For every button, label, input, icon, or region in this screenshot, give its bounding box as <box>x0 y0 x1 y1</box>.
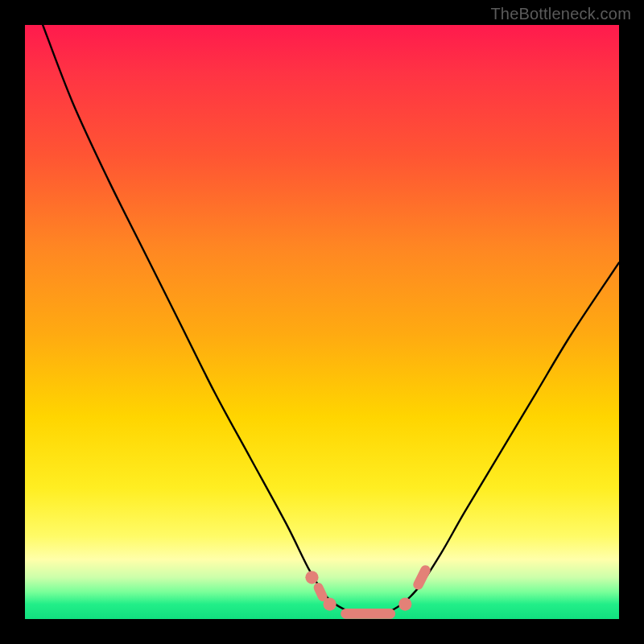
bottleneck-curve-svg <box>25 25 619 619</box>
curve-marker-capsule <box>419 570 426 584</box>
curve-marker-dot <box>398 597 411 610</box>
bottleneck-curve <box>43 25 619 615</box>
watermark-text: TheBottleneck.com <box>490 5 631 23</box>
plot-area <box>25 25 619 619</box>
curve-marker-dot <box>323 597 336 610</box>
chart-frame: TheBottleneck.com <box>0 0 644 644</box>
curve-marker-dot <box>305 571 318 584</box>
curve-markers <box>305 570 425 613</box>
curve-marker-capsule <box>319 588 323 597</box>
